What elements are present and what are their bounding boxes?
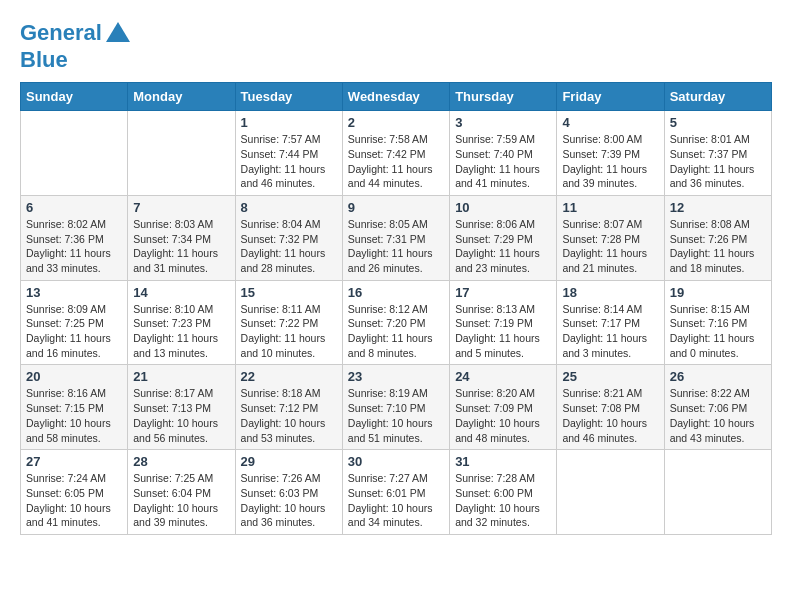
sunset-text: Sunset: 6:03 PM [241, 487, 319, 499]
sunrise-text: Sunrise: 7:59 AM [455, 133, 535, 145]
daylight-text: Daylight: 10 hours and 36 minutes. [241, 502, 326, 529]
day-number: 14 [133, 285, 229, 300]
sunrise-text: Sunrise: 8:00 AM [562, 133, 642, 145]
sunrise-text: Sunrise: 8:10 AM [133, 303, 213, 315]
calendar-cell: 18 Sunrise: 8:14 AM Sunset: 7:17 PM Dayl… [557, 280, 664, 365]
day-number: 26 [670, 369, 766, 384]
day-number: 19 [670, 285, 766, 300]
daylight-text: Daylight: 10 hours and 32 minutes. [455, 502, 540, 529]
sunset-text: Sunset: 6:00 PM [455, 487, 533, 499]
sunset-text: Sunset: 7:17 PM [562, 317, 640, 329]
day-number: 12 [670, 200, 766, 215]
sunset-text: Sunset: 7:36 PM [26, 233, 104, 245]
sunset-text: Sunset: 6:01 PM [348, 487, 426, 499]
sunset-text: Sunset: 7:13 PM [133, 402, 211, 414]
day-number: 10 [455, 200, 551, 215]
daylight-text: Daylight: 11 hours and 41 minutes. [455, 163, 540, 190]
calendar-cell: 22 Sunrise: 8:18 AM Sunset: 7:12 PM Dayl… [235, 365, 342, 450]
daylight-text: Daylight: 11 hours and 18 minutes. [670, 247, 755, 274]
day-number: 16 [348, 285, 444, 300]
cell-content: Sunrise: 8:02 AM Sunset: 7:36 PM Dayligh… [26, 217, 122, 276]
calendar-cell: 28 Sunrise: 7:25 AM Sunset: 6:04 PM Dayl… [128, 450, 235, 535]
cell-content: Sunrise: 7:24 AM Sunset: 6:05 PM Dayligh… [26, 471, 122, 530]
day-number: 20 [26, 369, 122, 384]
sunrise-text: Sunrise: 8:05 AM [348, 218, 428, 230]
weekday-header: Monday [128, 83, 235, 111]
calendar-cell: 14 Sunrise: 8:10 AM Sunset: 7:23 PM Dayl… [128, 280, 235, 365]
calendar-cell: 26 Sunrise: 8:22 AM Sunset: 7:06 PM Dayl… [664, 365, 771, 450]
calendar-header-row: SundayMondayTuesdayWednesdayThursdayFrid… [21, 83, 772, 111]
cell-content: Sunrise: 7:27 AM Sunset: 6:01 PM Dayligh… [348, 471, 444, 530]
calendar-cell: 2 Sunrise: 7:58 AM Sunset: 7:42 PM Dayli… [342, 111, 449, 196]
sunset-text: Sunset: 7:19 PM [455, 317, 533, 329]
daylight-text: Daylight: 11 hours and 13 minutes. [133, 332, 218, 359]
day-number: 27 [26, 454, 122, 469]
daylight-text: Daylight: 10 hours and 53 minutes. [241, 417, 326, 444]
sunrise-text: Sunrise: 7:26 AM [241, 472, 321, 484]
calendar-cell: 1 Sunrise: 7:57 AM Sunset: 7:44 PM Dayli… [235, 111, 342, 196]
sunrise-text: Sunrise: 8:20 AM [455, 387, 535, 399]
calendar-week-row: 27 Sunrise: 7:24 AM Sunset: 6:05 PM Dayl… [21, 450, 772, 535]
sunrise-text: Sunrise: 8:11 AM [241, 303, 321, 315]
sunset-text: Sunset: 7:34 PM [133, 233, 211, 245]
cell-content: Sunrise: 8:12 AM Sunset: 7:20 PM Dayligh… [348, 302, 444, 361]
sunrise-text: Sunrise: 8:01 AM [670, 133, 750, 145]
daylight-text: Daylight: 11 hours and 33 minutes. [26, 247, 111, 274]
daylight-text: Daylight: 10 hours and 58 minutes. [26, 417, 111, 444]
sunrise-text: Sunrise: 8:18 AM [241, 387, 321, 399]
sunset-text: Sunset: 7:06 PM [670, 402, 748, 414]
sunrise-text: Sunrise: 8:13 AM [455, 303, 535, 315]
daylight-text: Daylight: 10 hours and 39 minutes. [133, 502, 218, 529]
calendar-week-row: 6 Sunrise: 8:02 AM Sunset: 7:36 PM Dayli… [21, 195, 772, 280]
sunrise-text: Sunrise: 7:28 AM [455, 472, 535, 484]
cell-content: Sunrise: 8:06 AM Sunset: 7:29 PM Dayligh… [455, 217, 551, 276]
cell-content: Sunrise: 8:00 AM Sunset: 7:39 PM Dayligh… [562, 132, 658, 191]
cell-content: Sunrise: 8:15 AM Sunset: 7:16 PM Dayligh… [670, 302, 766, 361]
weekday-header: Tuesday [235, 83, 342, 111]
daylight-text: Daylight: 11 hours and 46 minutes. [241, 163, 326, 190]
cell-content: Sunrise: 8:10 AM Sunset: 7:23 PM Dayligh… [133, 302, 229, 361]
calendar-cell: 5 Sunrise: 8:01 AM Sunset: 7:37 PM Dayli… [664, 111, 771, 196]
daylight-text: Daylight: 11 hours and 0 minutes. [670, 332, 755, 359]
calendar-cell [664, 450, 771, 535]
daylight-text: Daylight: 10 hours and 41 minutes. [26, 502, 111, 529]
sunset-text: Sunset: 7:15 PM [26, 402, 104, 414]
sunrise-text: Sunrise: 8:03 AM [133, 218, 213, 230]
day-number: 24 [455, 369, 551, 384]
calendar-cell: 8 Sunrise: 8:04 AM Sunset: 7:32 PM Dayli… [235, 195, 342, 280]
sunrise-text: Sunrise: 8:07 AM [562, 218, 642, 230]
daylight-text: Daylight: 11 hours and 10 minutes. [241, 332, 326, 359]
cell-content: Sunrise: 7:25 AM Sunset: 6:04 PM Dayligh… [133, 471, 229, 530]
daylight-text: Daylight: 11 hours and 23 minutes. [455, 247, 540, 274]
daylight-text: Daylight: 11 hours and 39 minutes. [562, 163, 647, 190]
sunset-text: Sunset: 7:40 PM [455, 148, 533, 160]
daylight-text: Daylight: 11 hours and 26 minutes. [348, 247, 433, 274]
cell-content: Sunrise: 7:57 AM Sunset: 7:44 PM Dayligh… [241, 132, 337, 191]
sunset-text: Sunset: 6:05 PM [26, 487, 104, 499]
cell-content: Sunrise: 8:19 AM Sunset: 7:10 PM Dayligh… [348, 386, 444, 445]
sunrise-text: Sunrise: 7:27 AM [348, 472, 428, 484]
daylight-text: Daylight: 11 hours and 44 minutes. [348, 163, 433, 190]
cell-content: Sunrise: 8:16 AM Sunset: 7:15 PM Dayligh… [26, 386, 122, 445]
sunrise-text: Sunrise: 8:12 AM [348, 303, 428, 315]
sunrise-text: Sunrise: 7:24 AM [26, 472, 106, 484]
daylight-text: Daylight: 10 hours and 46 minutes. [562, 417, 647, 444]
day-number: 28 [133, 454, 229, 469]
sunrise-text: Sunrise: 8:02 AM [26, 218, 106, 230]
calendar-cell: 17 Sunrise: 8:13 AM Sunset: 7:19 PM Dayl… [450, 280, 557, 365]
logo: GeneralBlue [20, 20, 132, 72]
sunrise-text: Sunrise: 8:22 AM [670, 387, 750, 399]
sunset-text: Sunset: 7:12 PM [241, 402, 319, 414]
calendar-cell: 24 Sunrise: 8:20 AM Sunset: 7:09 PM Dayl… [450, 365, 557, 450]
day-number: 4 [562, 115, 658, 130]
sunrise-text: Sunrise: 8:06 AM [455, 218, 535, 230]
calendar-cell: 23 Sunrise: 8:19 AM Sunset: 7:10 PM Dayl… [342, 365, 449, 450]
daylight-text: Daylight: 10 hours and 34 minutes. [348, 502, 433, 529]
sunset-text: Sunset: 7:25 PM [26, 317, 104, 329]
page-header: GeneralBlue [20, 20, 772, 72]
sunset-text: Sunset: 7:37 PM [670, 148, 748, 160]
sunrise-text: Sunrise: 8:14 AM [562, 303, 642, 315]
cell-content: Sunrise: 8:20 AM Sunset: 7:09 PM Dayligh… [455, 386, 551, 445]
sunset-text: Sunset: 7:20 PM [348, 317, 426, 329]
sunrise-text: Sunrise: 7:57 AM [241, 133, 321, 145]
